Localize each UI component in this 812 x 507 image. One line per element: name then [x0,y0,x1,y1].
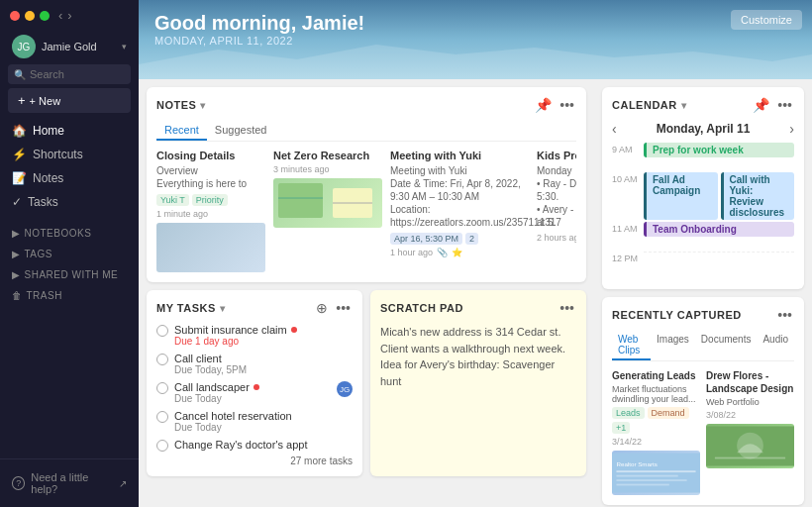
task-checkbox[interactable] [156,411,168,423]
hero-banner: Good morning, Jamie! MONDAY, APRIL 11, 2… [139,0,812,79]
note-time: 1 minute ago [156,209,208,219]
tasks-title-text: MY TASKS [156,302,216,314]
calendar-event[interactable]: Fall Ad Campaign [644,172,718,220]
svg-rect-9 [616,484,668,486]
tasks-actions: ⊕ ••• [314,300,353,316]
note-item-meeting-yuki[interactable]: Meeting with Yuki Meeting with YukiDate … [390,150,529,272]
task-item: Call client Due Today, 5PM [156,353,353,375]
right-panel: CALENDAR ▾ 📌 ••• ‹ Monday, April 11 › [594,79,812,507]
more-tasks-link[interactable]: 27 more tasks [156,456,353,466]
help-icon: ? [12,476,25,490]
notes-actions: 📌 ••• [533,97,576,113]
sidebar-item-shortcuts[interactable]: ⚡ Shortcuts [0,143,139,166]
rc-item-generating-leads[interactable]: Generating Leads Market fluctuations dwi… [612,369,700,495]
events-container [644,252,794,253]
notebooks-arrow: ▶ [12,228,21,239]
tags-section[interactable]: ▶ Tags [0,241,139,261]
rc-tag: Leads [612,407,645,419]
time-slot-11am: 11 AM Team Onboarding [612,222,794,250]
note-title: Net Zero Research [273,150,382,161]
note-item-kids-programs[interactable]: Kids Programs Monday• Ray - Dance - Pick… [537,150,576,272]
task-due: Due Today [174,393,331,404]
sidebar-nav: 🏠 Home ⚡ Shortcuts 📝 Notes ✓ Tasks [0,119,139,214]
calendar-nav: ‹ Monday, April 11 › [612,121,794,137]
tab-images[interactable]: Images [651,331,695,360]
notes-icon: 📝 [12,171,27,185]
task-item: Submit insurance claim Due 1 day ago [156,324,353,347]
note-meta: 2 hours ago 📎 ⭐ [537,233,576,243]
notes-pin-button[interactable]: 📌 [533,97,554,113]
sidebar-footer: ? Need a little help? ↗ [0,458,139,507]
calendar-event[interactable]: Team Onboarding [644,222,794,237]
calendar-pin-button[interactable]: 📌 [751,97,771,113]
trash-section[interactable]: 🗑 Trash [0,282,139,303]
note-item-net-zero[interactable]: Net Zero Research 3 minutes ago [273,150,382,272]
note-title: Meeting with Yuki [390,150,529,161]
notes-more-button[interactable]: ••• [558,97,576,113]
traffic-light-yellow[interactable] [25,11,35,21]
trash-icon: 🗑 [12,290,23,301]
sidebar: ‹ › JG Jamie Gold ▾ 🔍 + + New 🏠 Home ⚡ S… [0,0,139,507]
task-name: Call client [174,353,353,364]
rc-item-drew-flores[interactable]: Drew Flores - Landscape Design Web Portf… [706,369,794,495]
tab-web-clips[interactable]: Web Clips [612,331,651,360]
forward-icon[interactable]: › [67,8,71,23]
notebooks-label: Notebooks [25,228,92,239]
task-checkbox[interactable] [156,440,168,452]
task-checkbox[interactable] [156,325,168,337]
svg-rect-8 [616,479,686,481]
new-button[interactable]: + + New [8,88,131,113]
task-name: Change Ray's doctor's appt [174,439,353,451]
time-slot-9am: 9 AM Prep for work week [612,143,794,170]
calendar-chevron-icon: ▾ [681,100,687,111]
scratch-pad-content[interactable]: Micah's new address is 314 Cedar st. Cli… [380,324,576,389]
scratch-pad-more-button[interactable]: ••• [558,300,576,316]
user-profile[interactable]: JG Jamie Gold ▾ [8,31,131,64]
sidebar-item-home[interactable]: 🏠 Home [0,119,139,143]
search-icon: 🔍 [14,69,26,80]
calendar-next-button[interactable]: › [789,121,794,137]
traffic-light-green[interactable] [40,11,50,21]
sidebar-label-shortcuts: Shortcuts [33,148,83,161]
calendar-prev-button[interactable]: ‹ [612,121,617,137]
sidebar-sections: ▶ Notebooks ▶ Tags ▶ Shared with Me 🗑 Tr… [0,220,139,303]
shared-arrow: ▶ [12,269,21,280]
bottom-row: MY TASKS ▾ ⊕ ••• Submit insurance clai [147,290,586,476]
shared-section[interactable]: ▶ Shared with Me [0,261,139,282]
notes-chevron-icon: ▾ [200,100,206,111]
tab-recent[interactable]: Recent [156,121,207,141]
tab-audio[interactable]: Audio [757,331,794,360]
recently-captured-card: RECENTLY CAPTURED ••• Web Clips Images D… [602,297,804,505]
notebooks-section[interactable]: ▶ Notebooks [0,220,139,241]
event-title: Team Onboarding [653,224,788,235]
traffic-light-red[interactable] [10,11,20,21]
rc-item-subtitle: Market fluctuations dwindling your lead.… [612,384,700,404]
task-checkbox[interactable] [156,382,168,394]
new-plus-icon: + [18,93,26,108]
time-label: 11 AM [612,222,640,234]
back-icon[interactable]: ‹ [58,8,62,23]
tab-suggested[interactable]: Suggested [207,121,275,141]
note-item-closing-details[interactable]: Closing Details OverviewEverything is he… [156,150,265,272]
content-area: NOTES ▾ 📌 ••• Recent Suggested Closing D [139,79,812,507]
customize-button[interactable]: Customize [731,10,802,30]
time-slot-10am: 10 AM Fall Ad Campaign Call with Yuki: R… [612,172,794,220]
sidebar-item-notes[interactable]: 📝 Notes [0,166,139,190]
tasks-add-button[interactable]: ⊕ [314,300,330,316]
calendar-event[interactable]: Prep for work week [644,143,794,157]
search-input[interactable] [8,64,131,84]
rc-item-title: Drew Flores - Landscape Design [706,369,794,395]
notes-title: NOTES ▾ [156,99,206,111]
recently-captured-more-button[interactable]: ••• [775,307,794,323]
task-checkbox[interactable] [156,354,168,365]
note-preview: OverviewEverything is here to [156,164,265,190]
tasks-card: MY TASKS ▾ ⊕ ••• Submit insurance clai [147,290,362,476]
help-item[interactable]: ? Need a little help? ↗ [12,467,127,499]
task-item: Cancel hotel reservation Due Today [156,410,353,433]
calendar-more-button[interactable]: ••• [775,97,794,113]
tab-documents[interactable]: Documents [695,331,758,360]
calendar-event[interactable]: Call with Yuki: Review disclosures [721,172,795,220]
tasks-more-button[interactable]: ••• [334,300,353,316]
urgent-indicator [291,327,297,333]
sidebar-item-tasks[interactable]: ✓ Tasks [0,190,139,214]
